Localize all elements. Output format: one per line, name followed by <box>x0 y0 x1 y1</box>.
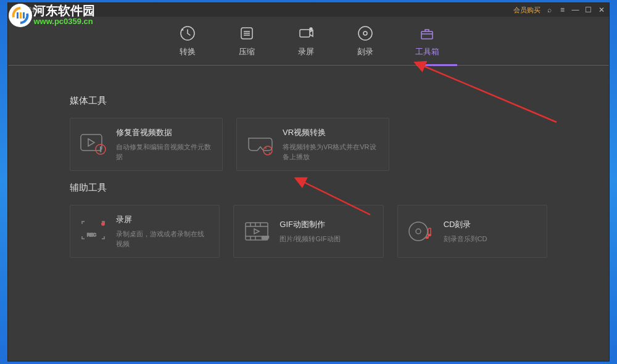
card-title: 修复音视频数据 <box>116 127 213 138</box>
svg-point-10 <box>310 28 312 30</box>
tab-label: 刻录 <box>357 46 373 57</box>
card-title: 录屏 <box>116 214 210 225</box>
titlebar: 万兴优转 会员购买 ⌕ ≡ — ☐ ✕ <box>8 3 609 17</box>
svg-rect-15 <box>81 134 102 151</box>
toolbox-icon <box>418 24 436 43</box>
card-desc: 图片/视频转GIF动图 <box>280 234 374 244</box>
svg-point-12 <box>363 31 367 35</box>
cd-icon <box>407 217 436 246</box>
svg-point-11 <box>358 27 372 40</box>
tab-convert[interactable]: 转换 <box>173 22 202 60</box>
card-title: VR视频转换 <box>283 127 380 138</box>
tab-divider <box>8 65 609 65</box>
card-desc: 自动修复和编辑音视频文件元数据 <box>116 142 213 162</box>
content-area: 媒体工具 i 修复音视频数据 自动修复和编辑音视频文件元数据 <box>8 65 609 361</box>
card-repair-media[interactable]: i 修复音视频数据 自动修复和编辑音视频文件元数据 <box>70 118 223 171</box>
section-aux-tools: 辅助工具 <box>70 182 547 194</box>
svg-point-19 <box>101 222 105 226</box>
app-title: 万兴优转 <box>12 6 39 15</box>
card-title: GIF动图制作 <box>280 219 374 230</box>
vr-icon <box>246 130 275 159</box>
close-button[interactable]: ✕ <box>597 6 605 14</box>
card-gif-maker[interactable]: GIF GIF动图制作 图片/视频转GIF动图 <box>233 205 383 258</box>
compress-icon <box>238 24 256 43</box>
active-tab-indicator <box>416 64 457 66</box>
svg-point-32 <box>425 236 429 239</box>
tab-label: 压缩 <box>239 46 255 57</box>
tab-label: 工具箱 <box>415 46 439 57</box>
tab-toolbox[interactable]: 工具箱 <box>410 22 444 60</box>
main-tabs: 转换 压缩 录屏 <box>8 17 609 65</box>
convert-icon <box>178 24 197 43</box>
svg-rect-13 <box>421 31 433 39</box>
repair-icon: i <box>79 130 109 159</box>
record-icon <box>297 24 315 43</box>
section-media-tools: 媒体工具 <box>70 95 547 107</box>
svg-point-31 <box>416 229 421 234</box>
card-title: CD刻录 <box>444 219 538 230</box>
svg-point-33 <box>428 234 431 236</box>
card-cd-burn[interactable]: CD刻录 刻录音乐到CD <box>397 205 547 258</box>
tab-burn[interactable]: 刻录 <box>351 22 379 60</box>
card-desc: 录制桌面，游戏或者录制在线视频 <box>116 229 210 249</box>
rec-icon: REC <box>79 217 109 246</box>
svg-text:GIF: GIF <box>262 236 269 240</box>
gif-icon: GIF <box>242 217 272 246</box>
tab-compress[interactable]: 压缩 <box>233 22 261 60</box>
svg-point-30 <box>409 222 428 241</box>
member-link[interactable]: 会员购买 <box>513 6 540 15</box>
burn-icon <box>356 24 375 43</box>
maximize-button[interactable]: ☐ <box>584 6 592 14</box>
card-desc: 刻录音乐到CD <box>444 234 538 244</box>
minimize-button[interactable]: — <box>571 6 579 14</box>
card-vr-convert[interactable]: VR视频转换 将视频转换为VR格式并在VR设备上播放 <box>236 118 389 171</box>
tab-label: 转换 <box>180 46 196 57</box>
tab-label: 录屏 <box>298 46 314 57</box>
card-desc: 将视频转换为VR格式并在VR设备上播放 <box>283 142 380 162</box>
card-screen-record[interactable]: REC 录屏 录制桌面，游戏或者录制在线视频 <box>70 205 220 258</box>
tab-record[interactable]: 录屏 <box>292 22 320 60</box>
app-window: 万兴优转 会员购买 ⌕ ≡ — ☐ ✕ 转换 <box>7 2 610 362</box>
svg-rect-9 <box>300 30 310 37</box>
search-icon[interactable]: ⌕ <box>545 6 553 14</box>
svg-text:REC: REC <box>87 233 96 237</box>
svg-text:i: i <box>100 146 101 153</box>
menu-icon[interactable]: ≡ <box>558 6 566 14</box>
